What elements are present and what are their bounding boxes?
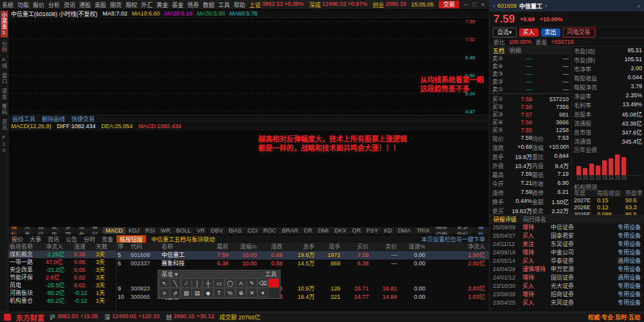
- draw-tool-button[interactable]: ┼: [203, 278, 214, 288]
- baseline-dropdown[interactable]: 基准 ▾: [161, 271, 178, 278]
- table-col-header[interactable]: 名称: [161, 243, 203, 251]
- draw-tool-button[interactable]: ╲: [170, 278, 181, 288]
- prev-stock-button[interactable]: ‹: [493, 3, 495, 9]
- left-rail-item[interactable]: 资金: [1, 88, 8, 100]
- menu-item[interactable]: 外汇: [141, 1, 152, 9]
- window-control-button[interactable]: ─: [462, 1, 470, 8]
- draw-tool-button[interactable]: T: [214, 288, 225, 298]
- draw-tool-button[interactable]: │: [192, 278, 203, 288]
- sub-tab[interactable]: 分时: [80, 235, 98, 243]
- indicator-tab[interactable]: 资金: [76, 226, 89, 234]
- news-row[interactable]: 24/09/19增持中金公司专用设备: [490, 249, 644, 257]
- sell-button[interactable]: 卖出: [541, 28, 560, 37]
- plain-button[interactable]: 自选▾: [493, 28, 517, 37]
- sub-tab[interactable]: 公告: [62, 235, 80, 243]
- news-row[interactable]: 24/01/12增持国信证券通用设备: [490, 274, 644, 282]
- indicator-tab[interactable]: BOLL: [174, 227, 194, 234]
- board-row[interactable]: 节能环保2.6亿0.023天: [8, 274, 116, 281]
- news-row[interactable]: 25/04/27买入国泰君安专用设备: [490, 232, 644, 240]
- trade-menu-button[interactable]: 交易: [439, 1, 459, 8]
- menu-item[interactable]: 数据: [203, 1, 214, 9]
- table-row[interactable]: 6002337赛象科技6.3810.000.5814.5万8696.38—0.0…: [116, 260, 489, 268]
- indicator-tab[interactable]: BIAS: [226, 227, 245, 234]
- draw-tool-button[interactable]: ⌫: [257, 278, 268, 288]
- table-col-header[interactable]: 现手: [317, 243, 343, 251]
- indicator-tab[interactable]: OBV: [208, 227, 226, 234]
- board-col-header[interactable]: 天数: [96, 243, 115, 251]
- indicator-tab[interactable]: KDJ: [126, 227, 143, 234]
- draw-tool-button[interactable]: ◆: [203, 288, 214, 298]
- menu-item[interactable]: 系统: [2, 1, 14, 9]
- news-row[interactable]: 25/09/09增持中信证券专用设备: [490, 223, 644, 232]
- next-stock-button[interactable]: ›: [545, 3, 547, 9]
- board-row[interactable]: 机构重仓-85.2亿-0.121天: [8, 297, 116, 305]
- indicator-tab[interactable]: 大事: [22, 226, 35, 234]
- draw-tool-button[interactable]: ▾: [257, 288, 268, 298]
- table-col-header[interactable]: 买价: [343, 243, 371, 251]
- draw-tool-button[interactable]: ↖: [159, 278, 170, 288]
- draw-toolbar[interactable]: 基准 ▾工具↖╲∕│┼▭◯A✎⌫≡⇗▨▤◆T%⊕✕▾: [158, 270, 281, 299]
- table-col-header[interactable]: 涨跌: [259, 243, 285, 251]
- status-index[interactable]: 沪3862.53+15.05: [50, 313, 98, 321]
- table-row[interactable]: 5601608中信重工7.5910.000.6919.8万19727.59—0.…: [116, 251, 489, 260]
- indicator-tab[interactable]: TRIX: [414, 227, 433, 234]
- flash-button[interactable]: 闪电交易: [563, 28, 595, 37]
- book-tab[interactable]: 五档: [493, 46, 504, 55]
- draw-tool-button[interactable]: ∕: [181, 278, 192, 288]
- menu-item[interactable]: 债券: [187, 1, 199, 9]
- table-col-header[interactable]: 卖价: [371, 243, 400, 251]
- indicator-tab[interactable]: CR: [301, 227, 315, 234]
- indicator-tab[interactable]: 资讯: [35, 226, 49, 234]
- indicator-tab[interactable]: BRAR: [279, 227, 301, 234]
- window-control-button[interactable]: ×: [479, 1, 487, 8]
- indicator-tab[interactable]: ROC: [261, 227, 279, 234]
- draw-tool-button[interactable]: ⇗: [170, 288, 181, 298]
- indicator-tab[interactable]: DMA: [395, 227, 414, 234]
- search-icon[interactable]: ⌕: [638, 3, 641, 10]
- indicator-tab[interactable]: VR: [194, 227, 208, 234]
- board-col-header[interactable]: 涨速: [74, 243, 96, 251]
- news-row[interactable]: 24/05/14买入华泰证券通用设备: [490, 257, 644, 265]
- sub-tab[interactable]: 资讯: [44, 235, 62, 243]
- status-index[interactable]: 创2890.15+35.12: [166, 313, 214, 321]
- macd-chart[interactable]: 越高相对反弹幅度大，技术上所有股票上涨逻辑 都是一样的，战略和技术面共鸣会大涨！…: [8, 129, 489, 226]
- left-rail-item[interactable]: 盘口: [1, 73, 8, 84]
- color-swatch[interactable]: [268, 278, 279, 288]
- menu-item[interactable]: 分析: [48, 1, 60, 9]
- draw-tool-button[interactable]: ✎: [246, 278, 257, 288]
- menu-item[interactable]: 黄金: [156, 1, 168, 9]
- left-rail-item[interactable]: 分时: [1, 41, 8, 53]
- menu-item[interactable]: 资讯: [64, 1, 75, 9]
- template-tab[interactable]: 模板: [475, 226, 489, 234]
- table-col-header[interactable]: 涨幅%: [231, 243, 259, 251]
- sub-tab[interactable]: 报价: [8, 235, 26, 243]
- board-col-header[interactable]: 板块名称: [10, 243, 46, 251]
- indicator-tab[interactable]: CCI: [245, 227, 261, 234]
- indicator-tab[interactable]: 多空: [62, 226, 76, 234]
- indicator-tab[interactable]: 更多指标: [454, 226, 475, 234]
- table-col-header[interactable]: 净流入: [428, 243, 488, 251]
- draw-tool-button[interactable]: A: [235, 278, 246, 288]
- draw-tool-button[interactable]: ✕: [246, 288, 257, 298]
- news-row[interactable]: 24/04/29谨慎增持申万宏源专用设备: [490, 265, 644, 274]
- indicator-tab[interactable]: RSI: [143, 227, 158, 234]
- indicator-tab[interactable]: DMI: [315, 227, 332, 234]
- draw-tool-button[interactable]: ▭: [214, 278, 225, 288]
- board-row[interactable]: 风电-25.5亿0.023天: [8, 281, 116, 289]
- menu-item[interactable]: 功能: [17, 1, 29, 9]
- board-row[interactable]: 河南板块-95.2亿-0.121天: [8, 289, 116, 297]
- left-rail-item[interactable]: 资讯: [1, 119, 8, 131]
- draw-tool-button[interactable]: ▤: [192, 288, 203, 298]
- buy-button[interactable]: 买入: [519, 28, 538, 37]
- indicator-tab[interactable]: MACD: [103, 227, 126, 234]
- board-row[interactable]: 央企改革-31.2亿0.053天: [8, 266, 116, 274]
- price-chart[interactable]: 从均线系统看第一眼 这段趋势差不多 7.597.026.465.905.344.…: [8, 18, 489, 115]
- left-rail-item[interactable]: 小窝直1: [1, 11, 8, 37]
- settings-link[interactable]: 本页设置栏位与一键下单: [421, 235, 485, 243]
- left-rail-item[interactable]: K线: [1, 57, 8, 69]
- table-col-header[interactable]: 涨速%: [400, 243, 428, 251]
- table-col-header[interactable]: 总手: [285, 243, 317, 251]
- index-ticker[interactable]: 上证3862.53+0.39%: [249, 1, 304, 9]
- sub-tab[interactable]: 核按钮版: [116, 235, 146, 243]
- menu-item[interactable]: 报价: [33, 1, 44, 9]
